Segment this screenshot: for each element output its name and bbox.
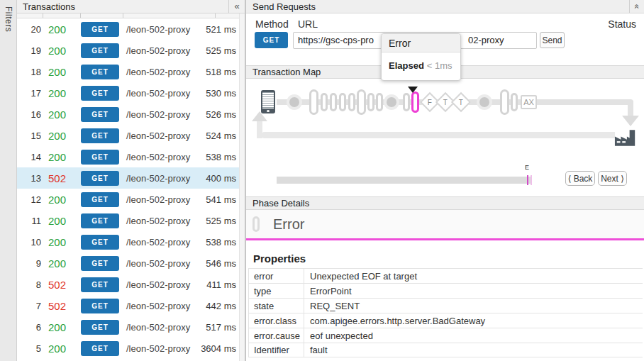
property-value: Unexpected EOF at target bbox=[304, 269, 643, 283]
property-key: error.cause bbox=[249, 328, 304, 343]
filters-tab[interactable]: Filters bbox=[0, 0, 17, 361]
elapsed-time: 518 ms bbox=[194, 67, 239, 77]
collapse-panel-icon[interactable]: « bbox=[228, 0, 245, 13]
method-badge[interactable]: GET bbox=[81, 192, 119, 207]
method-badge[interactable]: GET bbox=[81, 277, 119, 292]
method-badge-cell: GET bbox=[81, 192, 119, 207]
flow-transition-dot[interactable] bbox=[384, 94, 399, 110]
error-step-pill-selected[interactable] bbox=[411, 91, 419, 113]
condition-diamond-true[interactable]: T bbox=[451, 92, 471, 112]
transaction-row[interactable]: 7 502 GET /leon-502-proxy 442 ms bbox=[17, 295, 239, 316]
elapsed-time: 530 ms bbox=[194, 88, 239, 99]
status-code: 200 bbox=[48, 236, 75, 248]
timeline-gauge[interactable] bbox=[277, 177, 532, 184]
transaction-id: 6 bbox=[17, 322, 41, 333]
flow-segment-pill[interactable] bbox=[357, 89, 366, 115]
transactions-scrollbar[interactable] bbox=[239, 13, 245, 361]
transaction-row[interactable]: 6 200 GET /leon-502-proxy 517 ms bbox=[17, 316, 239, 338]
flow-transition-dot[interactable] bbox=[477, 94, 492, 110]
status-code: 200 bbox=[48, 321, 75, 333]
transaction-id: 10 bbox=[17, 237, 41, 248]
tooltip-body: Elapsed< 1ms bbox=[382, 52, 460, 80]
method-badge[interactable]: GET bbox=[81, 43, 119, 58]
analytics-step-box[interactable]: AX bbox=[521, 95, 537, 109]
transaction-row[interactable]: 13 502 GET /leon-502-proxy 400 ms bbox=[17, 167, 239, 189]
transaction-row[interactable]: 18 200 GET /leon-502-proxy 518 ms bbox=[17, 61, 239, 82]
flow-segment-pill[interactable] bbox=[500, 89, 509, 115]
request-path: /leon-502-proxy bbox=[126, 24, 194, 35]
transactions-header: Transactions « bbox=[17, 0, 245, 13]
transaction-row[interactable]: 8 502 GET /leon-502-proxy 411 ms bbox=[17, 274, 239, 295]
elapsed-time: 400 ms bbox=[194, 173, 239, 184]
next-button[interactable]: Next ⟩ bbox=[598, 171, 627, 186]
tooltip-elapsed-value: < 1ms bbox=[427, 60, 453, 71]
request-path: /leon-502-proxy bbox=[126, 237, 194, 248]
transaction-row[interactable]: 14 200 GET /leon-502-proxy 538 ms bbox=[17, 146, 239, 167]
method-badge[interactable]: GET bbox=[81, 213, 119, 228]
policy-step-pill[interactable] bbox=[367, 93, 374, 111]
method-badge-cell: GET bbox=[81, 86, 119, 101]
method-badge[interactable]: GET bbox=[81, 171, 119, 186]
transaction-row[interactable]: 15 200 GET /leon-502-proxy 524 ms bbox=[17, 125, 239, 146]
properties-table: error Unexpected EOF at target type Erro… bbox=[248, 268, 643, 357]
transaction-row[interactable]: 9 200 GET /leon-502-proxy 546 ms bbox=[17, 252, 239, 274]
transaction-map: F T T AX bbox=[246, 79, 644, 168]
transaction-row[interactable]: 11 200 GET /leon-502-proxy 525 ms bbox=[17, 210, 239, 231]
policy-step-pill[interactable] bbox=[330, 93, 337, 111]
backend-target-icon[interactable] bbox=[614, 128, 637, 149]
flow-segment-pill[interactable] bbox=[309, 89, 318, 115]
flow-transition-dot[interactable] bbox=[287, 94, 302, 110]
status-code: 200 bbox=[48, 151, 75, 163]
transaction-id: 16 bbox=[17, 109, 41, 120]
method-badge[interactable]: GET bbox=[81, 320, 119, 335]
transaction-row[interactable]: 12 200 GET /leon-502-proxy 541 ms bbox=[17, 189, 239, 210]
policy-step-pill[interactable] bbox=[403, 93, 410, 111]
method-badge[interactable]: GET bbox=[81, 65, 119, 79]
method-badge[interactable]: GET bbox=[81, 150, 119, 165]
transaction-row[interactable]: 20 200 GET /leon-502-proxy 521 ms bbox=[17, 18, 239, 40]
method-badge-cell: GET bbox=[81, 107, 119, 122]
status-code: 502 bbox=[48, 279, 75, 291]
property-key: state bbox=[249, 299, 304, 313]
property-row: error.cause eof unexpected bbox=[249, 328, 643, 343]
transaction-id: 9 bbox=[17, 258, 41, 269]
gauge-error-marker[interactable] bbox=[527, 175, 528, 185]
send-button[interactable]: Send bbox=[540, 32, 565, 48]
request-path: /leon-502-proxy bbox=[126, 130, 194, 141]
properties-title: Properties bbox=[253, 252, 306, 265]
collapse-section-icon[interactable]: « bbox=[629, 0, 644, 13]
elapsed-time: 546 ms bbox=[194, 258, 239, 269]
method-badge[interactable]: GET bbox=[81, 128, 119, 143]
policy-step-pill[interactable] bbox=[511, 93, 518, 111]
elapsed-time: 517 ms bbox=[194, 322, 239, 333]
method-badge-cell: GET bbox=[81, 65, 119, 79]
transaction-row[interactable]: 10 200 GET /leon-502-proxy 538 ms bbox=[17, 231, 239, 252]
policy-step-pill[interactable] bbox=[376, 93, 383, 111]
method-badge[interactable]: GET bbox=[81, 256, 119, 271]
transaction-row[interactable]: 17 200 GET /leon-502-proxy 530 ms bbox=[17, 82, 239, 104]
method-badge[interactable]: GET bbox=[81, 341, 119, 356]
method-badge[interactable]: GET bbox=[81, 235, 119, 250]
policy-step-pill[interactable] bbox=[321, 93, 328, 111]
selected-phase-bar: Error bbox=[246, 210, 644, 238]
policy-step-pill[interactable] bbox=[348, 93, 355, 111]
method-badge[interactable]: GET bbox=[81, 107, 119, 122]
method-badge[interactable]: GET bbox=[81, 22, 119, 37]
phase-accent-underline bbox=[246, 238, 644, 240]
client-device-icon[interactable] bbox=[261, 90, 275, 113]
elapsed-time: 525 ms bbox=[194, 216, 239, 226]
transaction-row[interactable]: 5 200 GET /leon-502-proxy 3604 ms bbox=[17, 338, 239, 359]
method-badge[interactable]: GET bbox=[81, 299, 119, 313]
transaction-row[interactable]: 16 200 GET /leon-502-proxy 526 ms bbox=[17, 104, 239, 125]
elapsed-time: 411 ms bbox=[194, 279, 239, 290]
method-button[interactable]: GET bbox=[255, 32, 288, 48]
policy-step-pill[interactable] bbox=[339, 93, 346, 111]
back-button[interactable]: ⟨ Back bbox=[565, 171, 595, 186]
transaction-row[interactable]: 19 200 GET /leon-502-proxy 525 ms bbox=[17, 40, 239, 61]
method-badge[interactable]: GET bbox=[81, 86, 119, 101]
transaction-id: 14 bbox=[17, 152, 41, 162]
property-row: Identifier fault bbox=[249, 343, 643, 357]
request-path: /leon-502-proxy bbox=[126, 301, 194, 311]
elapsed-time: 525 ms bbox=[194, 45, 239, 56]
transactions-title: Transactions bbox=[17, 1, 228, 12]
